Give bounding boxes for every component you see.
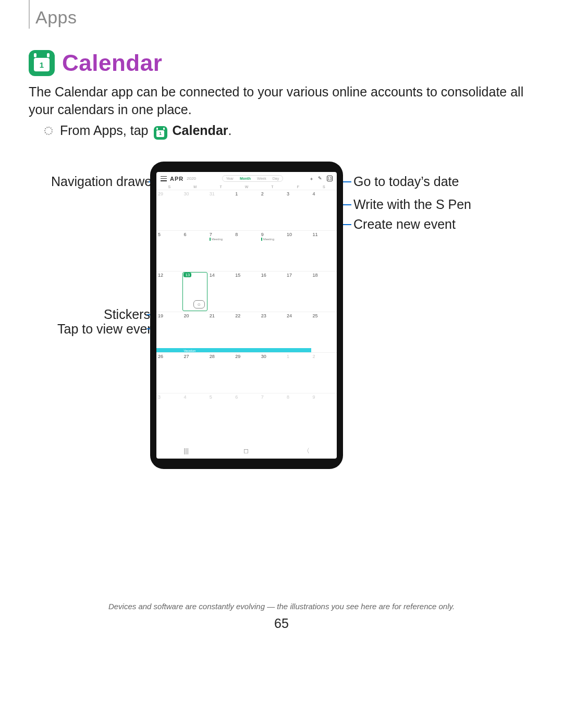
- callout-today: Go to today’s date: [353, 174, 459, 189]
- section-label: Apps: [35, 7, 77, 28]
- home-icon[interactable]: ◻: [243, 447, 249, 454]
- calendar-cell[interactable]: 13☺: [182, 271, 207, 312]
- calendar-cell[interactable]: 25: [311, 312, 337, 352]
- calendar-cell[interactable]: 3: [285, 190, 311, 230]
- pen-icon[interactable]: ✎: [318, 176, 324, 181]
- calendar-cell[interactable]: 30: [182, 190, 207, 230]
- calendar-cell[interactable]: 26: [156, 352, 182, 393]
- calendar-cell[interactable]: 9: [311, 393, 337, 434]
- calendar-inline-icon: 1: [154, 126, 167, 140]
- calendar-cell[interactable]: 17: [285, 271, 311, 312]
- calendar-cell[interactable]: 21: [208, 312, 234, 352]
- dow-label: S: [156, 185, 182, 189]
- calendar-cell[interactable]: 1: [234, 190, 259, 230]
- tablet-screen: APR 2020 YearMonthWeekDay ＋ ✎ 13 SMTWTFS…: [156, 172, 337, 459]
- view-option-day[interactable]: Day: [270, 176, 282, 181]
- calendar-cell[interactable]: 10: [285, 230, 311, 271]
- android-navbar[interactable]: ||| ◻ 〈: [156, 443, 337, 459]
- plus-icon[interactable]: ＋: [309, 176, 315, 181]
- calendar-cell[interactable]: 7: [260, 393, 285, 434]
- view-option-year[interactable]: Year: [224, 176, 236, 181]
- calendar-cell[interactable]: 31: [208, 190, 234, 230]
- calendar-topbar: APR 2020 YearMonthWeekDay ＋ ✎ 13: [156, 172, 337, 184]
- calendar-cell[interactable]: 7Meeting: [208, 230, 234, 271]
- calendar-cell[interactable]: 2: [260, 190, 285, 230]
- calendar-cell[interactable]: 24: [285, 312, 311, 352]
- back-icon[interactable]: 〈: [303, 447, 310, 455]
- event-bar[interactable]: [234, 348, 259, 352]
- callout-stickers: Stickers: [104, 307, 150, 322]
- inline-icon-day: 1: [156, 130, 164, 137]
- callout-create: Create new event: [353, 217, 456, 232]
- calendar-cell[interactable]: 9Meeting: [260, 230, 285, 271]
- today-icon[interactable]: 13: [327, 176, 333, 181]
- footer-note: Devices and software are constantly evol…: [0, 602, 563, 611]
- calendar-cell[interactable]: 20Vacation: [182, 312, 207, 352]
- step-text-prefix: From Apps, tap: [60, 123, 149, 138]
- callout-tap-event: Tap to view event: [57, 322, 158, 337]
- calendar-cell[interactable]: 4: [182, 393, 207, 434]
- calendar-cell[interactable]: 29: [234, 352, 259, 393]
- calendar-cell[interactable]: 8: [234, 230, 259, 271]
- calendar-cell[interactable]: 23: [260, 312, 285, 352]
- callout-nav-drawer: Navigation drawer: [51, 174, 156, 189]
- calendar-cell[interactable]: 1: [285, 352, 311, 393]
- bullet-icon: [44, 127, 53, 135]
- calendar-cell[interactable]: 11: [311, 230, 337, 271]
- hamburger-icon[interactable]: [161, 176, 167, 181]
- calendar-cell[interactable]: 5: [156, 230, 182, 271]
- event-bar[interactable]: [208, 348, 234, 352]
- event-bar[interactable]: Vacation: [182, 348, 207, 352]
- page-number: 65: [0, 616, 563, 631]
- callout-spen: Write with the S Pen: [353, 197, 471, 212]
- calendar-cell[interactable]: 18: [311, 271, 337, 312]
- event-bar[interactable]: [260, 348, 285, 352]
- calendar-cell[interactable]: 19: [156, 312, 182, 352]
- calendar-cell[interactable]: 8: [285, 393, 311, 434]
- year-label: 2020: [187, 176, 196, 181]
- calendar-icon-day: 1: [34, 58, 50, 71]
- calendar-cell[interactable]: 14: [208, 271, 234, 312]
- calendar-cell[interactable]: 5: [208, 393, 234, 434]
- step-suffix: .: [228, 123, 232, 138]
- calendar-cell[interactable]: 29: [156, 190, 182, 230]
- calendar-cell[interactable]: 2: [311, 352, 337, 393]
- calendar-cell[interactable]: 16: [260, 271, 285, 312]
- calendar-app-icon: 1: [29, 50, 55, 76]
- calendar-cell[interactable]: 30: [260, 352, 285, 393]
- calendar-cell[interactable]: 12: [156, 271, 182, 312]
- calendar-cell[interactable]: 28: [208, 352, 234, 393]
- dow-label: F: [285, 185, 311, 189]
- calendar-cell[interactable]: 22: [234, 312, 259, 352]
- dow-label: W: [234, 185, 259, 189]
- calendar-cell[interactable]: 15: [234, 271, 259, 312]
- month-label: APR: [170, 176, 183, 182]
- calendar-cell[interactable]: 27: [182, 352, 207, 393]
- view-option-month[interactable]: Month: [237, 176, 253, 181]
- tablet-frame: APR 2020 YearMonthWeekDay ＋ ✎ 13 SMTWTFS…: [150, 162, 343, 469]
- event-bar[interactable]: [285, 348, 311, 352]
- calendar-cell[interactable]: 6: [234, 393, 259, 434]
- header-rule: [29, 0, 30, 29]
- recents-icon[interactable]: |||: [183, 447, 188, 454]
- title-row: 1 Calendar: [29, 50, 162, 76]
- event-bar[interactable]: [156, 348, 182, 352]
- dow-label: M: [182, 185, 207, 189]
- dow-label: S: [311, 185, 337, 189]
- step-app-name: Calendar: [173, 123, 228, 138]
- calendar-cell[interactable]: 6: [182, 230, 207, 271]
- step-row: From Apps, tap 1 Calendar.: [44, 123, 231, 138]
- dow-label: T: [208, 185, 234, 189]
- view-option-week[interactable]: Week: [254, 176, 269, 181]
- view-segmented-control[interactable]: YearMonthWeekDay: [222, 175, 283, 182]
- sticker-icon[interactable]: ☺: [193, 300, 205, 309]
- dow-label: T: [260, 185, 285, 189]
- intro-paragraph: The Calendar app can be connected to you…: [29, 83, 534, 119]
- page-title: Calendar: [62, 50, 162, 76]
- calendar-cell[interactable]: 3: [156, 393, 182, 434]
- day-of-week-row: SMTWTFS: [156, 184, 337, 190]
- month-grid[interactable]: 2930311234567Meeting89Meeting10111213☺14…: [156, 190, 337, 432]
- calendar-cell[interactable]: 4: [311, 190, 337, 230]
